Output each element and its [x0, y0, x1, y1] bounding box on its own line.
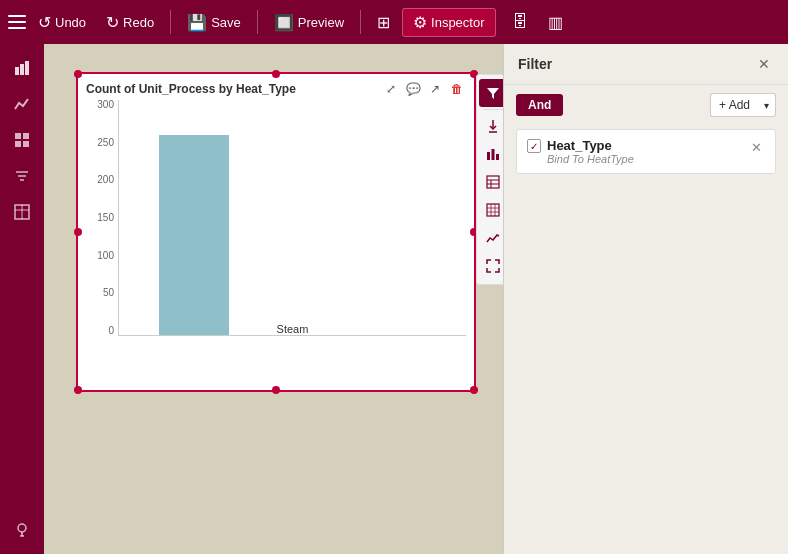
svg-marker-16 — [487, 88, 499, 99]
layout-icon: ▥ — [548, 13, 563, 32]
y-label-100: 100 — [97, 251, 114, 261]
svg-rect-20 — [492, 149, 495, 160]
apps-button[interactable]: ⊞ — [369, 9, 398, 36]
save-button[interactable]: 💾 Save — [179, 9, 249, 36]
chart-plot: Steam — [118, 100, 466, 336]
redo-label: Redo — [123, 15, 154, 30]
svg-rect-3 — [15, 133, 21, 139]
sep3 — [360, 10, 361, 34]
svg-rect-21 — [496, 154, 499, 160]
preview-label: Preview — [298, 15, 344, 30]
sidebar-item-table[interactable] — [6, 196, 38, 228]
layout-button[interactable]: ▥ — [540, 9, 571, 36]
sep1 — [170, 10, 171, 34]
redo-icon: ↻ — [106, 13, 119, 32]
chart-tb-table[interactable] — [479, 168, 503, 196]
redo-button[interactable]: ↻ Redo — [98, 9, 162, 36]
sidebar-item-chart[interactable] — [6, 88, 38, 120]
y-label-0: 0 — [108, 326, 114, 336]
sep2 — [257, 10, 258, 34]
chart-tb-expand[interactable] — [479, 252, 503, 280]
add-caret-icon: ▾ — [764, 100, 769, 111]
chart-tb-scatter[interactable] — [479, 196, 503, 224]
add-label: + Add — [719, 98, 750, 112]
filter-item-content: Heat_Type Bind To HeatType — [547, 138, 741, 165]
main-area: ⤢ 💬 ↗ 🗑 Count of Unit_Process by Heat_Ty… — [0, 44, 788, 554]
chart-area: 300 250 200 150 100 50 0 Stea — [86, 100, 466, 358]
filter-item-close-button[interactable]: ✕ — [747, 138, 765, 156]
y-label-200: 200 — [97, 175, 114, 185]
svg-rect-2 — [25, 61, 29, 75]
sidebar-item-home[interactable] — [6, 52, 38, 84]
chart-bar-steam[interactable] — [159, 135, 229, 335]
svg-rect-6 — [23, 141, 29, 147]
database-icon: 🗄 — [512, 13, 528, 31]
chart-y-labels: 300 250 200 150 100 50 0 — [86, 100, 114, 336]
y-label-50: 50 — [103, 288, 114, 298]
y-label-300: 300 — [97, 100, 114, 110]
filter-item-bind: Bind To HeatType — [547, 153, 741, 165]
toolbar: ↺ Undo ↻ Redo 💾 Save 🔲 Preview ⊞ ⚙ Inspe… — [0, 0, 788, 44]
chart-toolbar — [476, 74, 503, 285]
filter-item: ✓ Heat_Type Bind To HeatType ✕ — [516, 129, 776, 174]
chart-tb-filter[interactable] — [479, 79, 503, 107]
save-label: Save — [211, 15, 241, 30]
undo-icon: ↺ — [38, 13, 51, 32]
preview-icon: 🔲 — [274, 13, 294, 32]
filter-item-name: Heat_Type — [547, 138, 741, 153]
y-label-250: 250 — [97, 138, 114, 148]
sidebar-item-tips[interactable] — [6, 514, 38, 546]
panel-title: Filter — [518, 56, 552, 72]
svg-rect-19 — [487, 152, 490, 160]
add-caret-button[interactable]: ▾ — [758, 93, 776, 117]
filter-controls: And + Add ▾ — [504, 85, 788, 125]
panel-close-button[interactable]: ✕ — [754, 54, 774, 74]
chart-tb-sort[interactable] — [479, 112, 503, 140]
preview-button[interactable]: 🔲 Preview — [266, 9, 352, 36]
svg-point-13 — [18, 524, 26, 532]
svg-rect-26 — [487, 204, 499, 216]
inspector-icon: ⚙ — [413, 13, 427, 32]
inspector-button[interactable]: ⚙ Inspector — [402, 8, 495, 37]
svg-rect-4 — [23, 133, 29, 139]
filter-item-checkbox[interactable]: ✓ — [527, 139, 541, 153]
y-label-150: 150 — [97, 213, 114, 223]
chart-tb-line[interactable] — [479, 224, 503, 252]
right-panel: Filter ✕ And + Add ▾ ✓ Heat_Type Bind To — [503, 44, 788, 554]
undo-label: Undo — [55, 15, 86, 30]
chart-widget[interactable]: ⤢ 💬 ↗ 🗑 Count of Unit_Process by Heat_Ty… — [76, 72, 476, 392]
canvas[interactable]: ⤢ 💬 ↗ 🗑 Count of Unit_Process by Heat_Ty… — [44, 44, 503, 554]
undo-button[interactable]: ↺ Undo — [30, 9, 94, 36]
sidebar-item-filter[interactable] — [6, 160, 38, 192]
panel-header: Filter ✕ — [504, 44, 788, 85]
and-badge[interactable]: And — [516, 94, 563, 116]
chart-inner: Count of Unit_Process by Heat_Type 300 2… — [78, 74, 474, 390]
svg-rect-0 — [15, 67, 19, 75]
add-btn-wrapper: + Add ▾ — [710, 93, 776, 117]
apps-icon: ⊞ — [377, 13, 390, 32]
sidebar — [0, 44, 44, 554]
svg-rect-22 — [487, 176, 499, 188]
add-button[interactable]: + Add — [710, 93, 758, 117]
sidebar-item-grid[interactable] — [6, 124, 38, 156]
svg-rect-1 — [20, 64, 24, 75]
database-button[interactable]: 🗄 — [504, 9, 536, 35]
chart-x-label: Steam — [119, 317, 466, 335]
inspector-label: Inspector — [431, 15, 484, 30]
svg-rect-5 — [15, 141, 21, 147]
ct-div1 — [483, 109, 503, 110]
chart-title: Count of Unit_Process by Heat_Type — [86, 82, 466, 96]
chart-tb-bar[interactable] — [479, 140, 503, 168]
menu-icon[interactable] — [8, 15, 26, 29]
save-icon: 💾 — [187, 13, 207, 32]
